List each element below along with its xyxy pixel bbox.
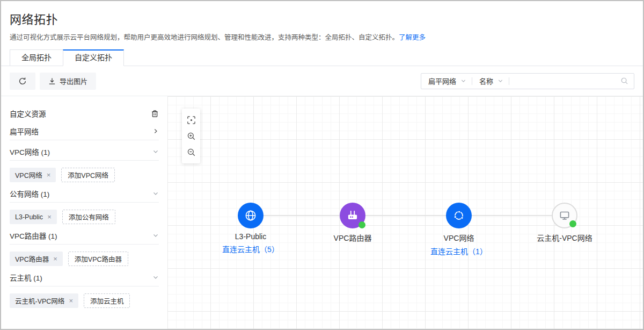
node-l3-public: L3-Public 直连云主机（5）	[200, 203, 302, 254]
network-topology-page: 网络拓扑 通过可视化方式展示云平台网络规划，帮助用户更高效地进行网络规划、管理和…	[0, 0, 644, 330]
node-label: VPC网络	[408, 232, 510, 243]
remove-tag-icon[interactable]: ×	[47, 213, 52, 220]
tab-custom-topology[interactable]: 自定义拓扑	[63, 49, 124, 66]
chevron-down-icon	[152, 232, 159, 239]
vm-node-icon[interactable]	[552, 203, 577, 228]
public-network-node-icon[interactable]	[238, 203, 264, 228]
chevron-down-icon	[460, 78, 466, 84]
tag-label: VPC路由器	[15, 254, 49, 264]
topology-tabs: 全局拓扑 自定义拓扑	[1, 49, 643, 66]
tag-label: L3-Public	[15, 213, 43, 221]
vm-instance-tags: 云主机-VPC网络× 添加云主机	[10, 293, 159, 308]
search-icon[interactable]	[620, 77, 634, 85]
node-vpc-router: VPC路由器	[302, 203, 404, 243]
resource-tag-l3-public[interactable]: L3-Public×	[10, 210, 57, 224]
sidebar-title: 自定义资源	[10, 108, 46, 119]
resource-tag-vpc-network[interactable]: VPC网络×	[10, 168, 56, 182]
vpc-network-tags: VPC网络× 添加VPC网络	[10, 168, 159, 182]
search-input[interactable]	[509, 74, 620, 88]
connected-vms-link[interactable]: 直连云主机（1）	[408, 246, 510, 256]
section-label: VPC路由器 (1)	[10, 230, 57, 241]
add-vm-instance-button[interactable]: 添加云主机	[84, 293, 130, 308]
router-icon	[346, 209, 360, 223]
chevron-right-icon	[152, 128, 159, 134]
add-vpc-router-button[interactable]: 添加VPC路由器	[68, 252, 128, 266]
status-dot-running	[569, 220, 576, 227]
topology-canvas[interactable]: L3-Public 直连云主机（5） VPC路由器	[167, 96, 643, 329]
remove-tag-icon[interactable]: ×	[69, 297, 73, 304]
chevron-down-icon	[152, 148, 159, 155]
zoom-in-button[interactable]	[182, 128, 200, 144]
toolbar: 导出图片 扁平网络 名称	[1, 66, 643, 96]
section-label: VPC网络 (1)	[10, 146, 50, 157]
node-label: VPC路由器	[302, 232, 404, 243]
sidebar-section-vpc-network[interactable]: VPC网络 (1)	[10, 148, 159, 161]
node-vpc-network: VPC网络 直连云主机（1）	[408, 203, 510, 256]
tab-global-topology[interactable]: 全局拓扑	[10, 49, 63, 66]
remove-tag-icon[interactable]: ×	[53, 255, 57, 262]
custom-resource-sidebar: 自定义资源 扁平网络 VPC网络 (1)	[1, 96, 167, 329]
vpc-router-node-icon[interactable]	[340, 203, 365, 228]
chevron-down-icon	[152, 190, 159, 197]
globe-icon	[244, 209, 258, 223]
remove-tag-icon[interactable]: ×	[47, 171, 51, 178]
tag-label: 云主机-VPC网络	[15, 296, 64, 306]
public-network-tags: L3-Public× 添加公有网络	[10, 210, 159, 224]
monitor-icon	[558, 209, 572, 223]
resource-type-filter-value: 扁平网络	[428, 76, 456, 86]
network-hub-icon	[452, 209, 466, 223]
section-label: 扁平网络	[10, 126, 39, 137]
page-title: 网络拓扑	[10, 10, 634, 27]
refresh-button[interactable]	[10, 73, 35, 90]
sidebar-section-vm-instance[interactable]: 云主机 (1)	[10, 274, 159, 286]
node-label: 云主机-VPC网络	[514, 232, 616, 243]
add-vpc-network-button[interactable]: 添加VPC网络	[61, 168, 115, 182]
tag-label: VPC网络	[15, 170, 42, 180]
vpc-router-tags: VPC路由器× 添加VPC路由器	[10, 252, 159, 266]
page-header: 网络拓扑 通过可视化方式展示云平台网络规划，帮助用户更高效地进行网络规划、管理和…	[1, 1, 643, 42]
download-icon	[48, 77, 56, 85]
status-dot-running	[358, 221, 365, 228]
section-label: 云主机 (1)	[10, 272, 42, 283]
sidebar-section-flat-network[interactable]: 扁平网络	[10, 127, 159, 140]
fit-screen-icon	[187, 116, 196, 125]
page-description-text: 通过可视化方式展示云平台网络规划，帮助用户更高效地进行网络规划、管理和性能改进，…	[10, 34, 399, 41]
resource-type-filter[interactable]: 扁平网络	[421, 76, 472, 86]
zoom-in-icon	[187, 132, 196, 141]
zoom-out-icon	[187, 148, 196, 157]
sidebar-header: 自定义资源	[10, 107, 159, 120]
search-field-filter[interactable]: 名称	[472, 76, 509, 86]
sidebar-section-vpc-router[interactable]: VPC路由器 (1)	[10, 232, 159, 245]
clear-resources-button[interactable]	[151, 110, 159, 118]
export-image-button[interactable]: 导出图片	[40, 73, 96, 90]
search-bar: 扁平网络 名称	[421, 73, 634, 89]
node-label: L3-Public	[200, 232, 302, 241]
canvas-zoom-controls	[182, 109, 200, 163]
fit-to-screen-button[interactable]	[182, 112, 200, 128]
sidebar-section-public-network[interactable]: 公有网络 (1)	[10, 190, 159, 203]
connected-vms-link[interactable]: 直连云主机（5）	[200, 243, 302, 254]
content-area: 自定义资源 扁平网络 VPC网络 (1)	[1, 96, 643, 329]
trash-icon	[151, 110, 159, 118]
resource-tag-vm-vpc-network[interactable]: 云主机-VPC网络×	[10, 293, 78, 308]
export-image-label: 导出图片	[60, 76, 87, 86]
vpc-network-node-icon[interactable]	[446, 203, 472, 228]
add-public-network-button[interactable]: 添加公有网络	[62, 210, 115, 224]
learn-more-link[interactable]: 了解更多	[399, 34, 426, 41]
refresh-icon	[18, 77, 27, 85]
resource-tag-vpc-router[interactable]: VPC路由器×	[10, 252, 63, 266]
chevron-down-icon	[497, 78, 503, 84]
chevron-down-icon	[152, 274, 159, 281]
section-label: 公有网络 (1)	[10, 188, 49, 199]
page-description: 通过可视化方式展示云平台网络规划，帮助用户更高效地进行网络规划、管理和性能改进，…	[10, 32, 634, 42]
zoom-out-button[interactable]	[182, 144, 200, 160]
node-vm-instance: 云主机-VPC网络	[514, 203, 616, 243]
search-field-filter-value: 名称	[479, 76, 493, 86]
